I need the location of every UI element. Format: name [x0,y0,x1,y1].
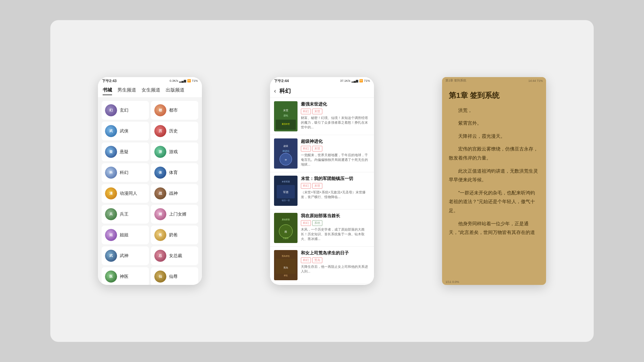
reader-status-right: 14:44 71% [528,79,543,82]
signal-icon-2: ▂▄▆ [352,79,358,82]
cat-bingwang[interactable]: 兵 兵王 [102,205,149,224]
cat-wushen[interactable]: 武 武神 [102,246,149,265]
svg-text:进化: 进化 [283,114,288,117]
reader-footer: 1/11 0.0% [445,280,459,284]
cat-zhanshen[interactable]: 战 战神 [151,184,198,203]
cat-lishi[interactable]: 历 历史 [151,122,198,140]
phone-scifi: 下午2:44 37.1K/s ▂▄▆ 🛜 71% ‹ 科幻 末世 进化 [270,77,374,285]
reader-status-left: 第1章 签到系统 [445,78,466,83]
book-tag-end-0: 末世 [312,109,322,114]
cat-jiejie[interactable]: 姐 姐姐 [102,226,149,244]
book-tags-4: 科幻 荒岛 [301,257,370,263]
svg-text:末世军团: 末世军团 [282,181,290,183]
tab-chuban[interactable]: 出版频道 [166,87,184,95]
book-item-2[interactable]: 末世军团 军团 镇压一切 末世：我的军团能镇压一切 科幻 末世 （末世+军团+系… [270,172,374,209]
tab-nvsheng[interactable]: 女生频道 [142,87,160,95]
svg-text:原始部落: 原始部落 [282,218,290,221]
book-info-3: 我在原始部落当酋长 科幻 系统 木风，一个历史学者，成了原始部落的大酋长！历史知… [301,213,370,243]
status-icons-1: 0.3K/s ▂▄▆ 🛜 71% [170,79,198,82]
book-item-1[interactable]: 超级 神进化 神 超级神进化 科幻 末世 一觉醒来，世界天都地覆，千年后的地球，… [270,135,374,172]
category-grid: 幻 玄幻 都 都市 武 武侠 历 历史 疑 悬疑 游 游戏 [98,97,202,285]
cat-xuanhuan[interactable]: 幻 玄幻 [102,101,149,120]
book-list: 末世 进化 最强末世 最强末世进化 科幻 末世 财富、秘密！幻境、仙境！末知这个… [270,98,374,284]
book-desc-0: 财富、秘密！幻境、仙境！末知这个调所经塔的魔力，吸引了众多强者慕之着怒！挣扎在末… [301,116,370,130]
reader-frame: 第1章 签到系统 14:44 71% 第1章 签到系统 洪荒， 紫霄宫外。 天降… [442,77,546,285]
reader-para-1: 紫霄宫外。 [449,119,539,128]
time-2: 下午2:44 [274,78,289,83]
bookstore-tabs[interactable]: 书城 男生频道 女生频道 出版频道 [103,87,197,95]
cat-nainai[interactable]: 爸 奶爸 [151,226,198,244]
book-tag-scifi-2: 科幻 [301,183,311,189]
svg-text:神: 神 [285,159,287,161]
battery-1: 71% [192,79,198,82]
book-info-1: 超级神进化 科幻 末世 一觉醒来，世界天都地覆，千年后的地球，千奄百孔。内偏偏独… [301,138,370,169]
book-tags-3: 科幻 系统 [301,220,370,226]
reader-chapter-title: 第1章 签到系统 [442,84,546,106]
status-bar-1: 下午2:43 0.3K/s ▂▄▆ 🛜 71% [98,77,202,84]
book-desc-4: 天降生存后，他一再阻止女上司和他的关系进入到... [301,264,370,274]
cat-dongman[interactable]: 漫 动漫同人 [102,184,149,203]
book-item-3[interactable]: 原始部落 酋 大酋长 我在原始部落当酋长 科幻 系统 木风，一个历史学者，成了原… [270,209,374,247]
status-icons-2: 37.1K/s ▂▄▆ 🛜 71% [340,79,370,82]
cat-tiyu[interactable]: 体 体育 [151,163,198,182]
reader-para-4: 此次正值道祖鸿钧讲道，无数洪荒生灵早早便来此等候。 [449,167,539,184]
book-tag-sys-3: 系统 [312,220,322,226]
svg-text:超级: 超级 [283,145,288,147]
cat-nvzongcai[interactable]: 总 女总裁 [151,246,198,265]
book-info-4: 和女上司荒岛求生的日子 科幻 荒岛 天降生存后，他一再阻止女上司和他的关系进入到… [301,250,370,280]
svg-text:末世: 末世 [283,109,288,112]
book-title-4: 和女上司荒岛求生的日子 [301,250,370,256]
book-tag-scifi-4: 科幻 [301,257,311,263]
cat-xianzun[interactable]: 仙 仙尊 [151,267,198,285]
cat-dushi[interactable]: 都 都市 [151,101,198,120]
svg-text:神进化: 神进化 [282,150,289,152]
reader-para-0: 洪荒， [449,106,539,115]
status-bar-2: 下午2:44 37.1K/s ▂▄▆ 🛜 71% [270,77,374,84]
book-title-1: 超级神进化 [301,138,370,144]
signal-speed-2: 37.1K/s [340,79,351,82]
svg-text:荒岛: 荒岛 [283,266,288,269]
book-tag-end-1: 末世 [312,146,322,152]
book-desc-2: （末世+军团+系统+无敌流+无圣母）末世爆发，丧尸横行、怪物降临... [301,190,370,199]
book-tag-end-2: 末世 [312,183,322,189]
svg-text:酋: 酋 [284,230,287,233]
reader-status: 第1章 签到系统 14:44 71% [442,77,546,84]
book-title-0: 最强末世进化 [301,101,370,107]
cat-xuanyi[interactable]: 疑 悬疑 [102,142,149,161]
cat-shenyi[interactable]: 医 神医 [102,267,149,285]
back-button[interactable]: ‹ [274,87,276,95]
cat-wuxia[interactable]: 武 武侠 [102,122,149,140]
book-item-4[interactable]: 荒岛求生 荒岛 求生 和女上司荒岛求生的日子 科幻 荒岛 天降生存后，他一再阻止… [270,247,374,284]
book-tags-0: 科幻 末世 [301,109,370,114]
book-tag-scifi-0: 科幻 [301,109,311,114]
signal-icon-1: ▂▄▆ [179,79,186,82]
svg-text:荒岛求生: 荒岛求生 [282,255,290,257]
scifi-title: 科幻 [279,87,291,95]
book-tags-1: 科幻 末世 [301,146,370,152]
book-tag-scifi-3: 科幻 [301,220,311,226]
cat-shangmen[interactable]: 婿 上门女婿 [151,205,198,224]
scifi-header: ‹ 科幻 [270,84,374,98]
svg-text:大酋长: 大酋长 [283,237,289,239]
book-title-2: 末世：我的军团能镇压一切 [301,176,370,182]
book-tag-scifi-1: 科幻 [301,146,311,152]
tab-shucheng[interactable]: 书城 [103,87,112,95]
tab-nansheng[interactable]: 男生频道 [117,87,136,95]
book-title-3: 我在原始部落当酋长 [301,213,370,219]
book-item-0[interactable]: 末世 进化 最强末世 最强末世进化 科幻 末世 财富、秘密！幻境、仙境！末知这个… [270,98,374,135]
outer-container: 下午2:43 0.3K/s ▂▄▆ 🛜 71% 书城 男生频道 女生频道 出版频… [50,20,594,342]
wifi-icon-2: 🛜 [359,79,363,82]
book-info-0: 最强末世进化 科幻 末世 财富、秘密！幻境、仙境！末知这个调所经塔的魔力，吸引了… [301,101,370,131]
svg-text:求生: 求生 [284,275,288,277]
phone-bookstore: 下午2:43 0.3K/s ▂▄▆ 🛜 71% 书城 男生频道 女生频道 出版频… [98,77,202,285]
battery-2: 71% [364,79,370,82]
svg-text:最强末世: 最强末世 [282,123,290,125]
reader-para-5: "一群还未开化的杂毛，也配来听鸿钧老祖的道法？"元始还是个年轻人，傲气十足。 [449,188,539,215]
time-1: 下午2:43 [102,78,117,83]
bookstore-header: 书城 男生频道 女生频道 出版频道 [98,84,202,97]
cat-kehuan[interactable]: 科 科幻 [102,163,149,182]
signal-speed-1: 0.3K/s [170,79,178,82]
reader-para-6: 他身旁同样站着一位少年，正是通天，"此言差矣，世间万物皆有其存在的道 [449,219,539,237]
wifi-icon-1: 🛜 [187,79,191,82]
cat-youxi[interactable]: 游 游戏 [151,142,198,161]
